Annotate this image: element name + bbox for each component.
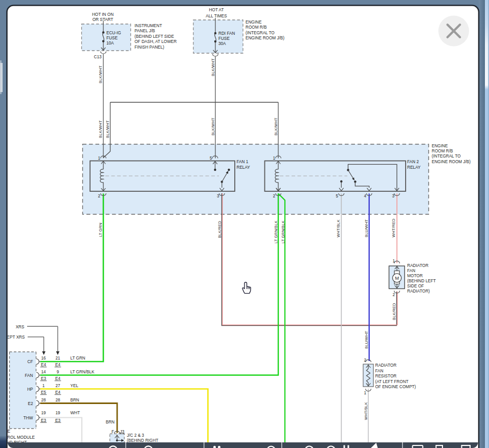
svg-text:(INTEGRAL TO: (INTEGRAL TO [432,154,461,159]
svg-text:E4: E4 [55,363,60,367]
svg-text:LT GRN/BLK: LT GRN/BLK [71,370,95,374]
svg-text:HOT IN ON: HOT IN ON [92,12,114,17]
svg-text:(BEHIND LEFT SIDE: (BEHIND LEFT SIDE [135,34,174,39]
svg-text:BLU/WHT: BLU/WHT [364,219,369,237]
svg-text:F: F [112,430,114,434]
svg-text:BRN: BRN [71,398,79,402]
svg-text:J3: J3 [120,430,125,434]
svg-text:(BEHIND RIGHT: (BEHIND RIGHT [127,438,158,443]
svg-text:OF ENGINE COMPT): OF ENGINE COMPT) [375,385,416,389]
svg-text:E5: E5 [41,390,46,395]
svg-text:14: 14 [41,370,46,374]
svg-text:FINISH PANEL): FINISH PANEL) [135,45,164,50]
svg-text:ENGINE ROOM J/B): ENGINE ROOM J/B) [246,36,284,40]
svg-text:BLU/WHT: BLU/WHT [364,331,369,349]
svg-text:BLK/WHT: BLK/WHT [98,65,103,83]
svg-text:C13: C13 [94,55,101,59]
svg-text:(BEHIND LEFT: (BEHIND LEFT [407,279,436,283]
svg-text:SIDE OF: SIDE OF [407,284,424,288]
svg-text:WHT: WHT [71,411,80,415]
svg-text:BLK/RED: BLK/RED [217,221,222,238]
svg-text:M: M [395,276,399,281]
svg-text:LT GRN/BLK: LT GRN/BLK [281,220,285,243]
svg-text:5: 5 [336,194,338,198]
svg-text:10A: 10A [106,41,114,46]
svg-text:E2: E2 [28,401,33,406]
svg-text:21: 21 [55,356,60,361]
svg-text:9: 9 [57,370,59,374]
svg-text:RADIATOR): RADIATOR) [407,289,430,294]
svg-text:RELAY: RELAY [237,165,251,170]
svg-text:THW: THW [24,416,33,420]
svg-text:1: 1 [273,156,275,161]
svg-text:WHT/BLK: WHT/BLK [364,402,368,420]
svg-text:CF: CF [28,360,33,364]
svg-text:BLK/WHT: BLK/WHT [211,118,215,136]
svg-text:3: 3 [217,194,219,198]
svg-text:19: 19 [55,411,60,415]
svg-text:OF DASH, AT LOWER: OF DASH, AT LOWER [135,39,177,44]
svg-text:1: 1 [42,384,45,388]
svg-text:E3: E3 [41,418,46,423]
svg-text:2: 2 [364,358,366,363]
svg-text:YEL: YEL [71,384,79,388]
svg-text:INSTRUMENT: INSTRUMENT [135,24,162,28]
svg-text:1: 1 [98,156,100,161]
svg-text:E3: E3 [41,376,46,381]
svg-text:RESISTOR: RESISTOR [375,374,397,378]
svg-text:PANEL J/B: PANEL J/B [135,29,155,33]
svg-text:E4: E4 [41,363,46,367]
svg-text:BRN: BRN [106,420,115,424]
svg-text:ROOM R/B: ROOM R/B [246,25,267,30]
svg-text:E4: E4 [55,390,60,395]
svg-text:ROOM R/B: ROOM R/B [432,149,453,153]
svg-text:E4: E4 [55,376,60,381]
svg-text:RDI FAN: RDI FAN [218,31,235,36]
svg-text:RADIATOR: RADIATOR [407,263,429,268]
svg-text:ENGINE: ENGINE [246,20,262,25]
svg-text:RELAY: RELAY [407,165,421,170]
svg-text:19: 19 [41,411,46,415]
svg-text:BLK/WHT: BLK/WHT [105,120,110,138]
svg-text:HP: HP [27,387,33,392]
svg-text:LT GRN: LT GRN [98,223,103,237]
svg-text:FAN: FAN [25,373,33,378]
svg-text:1: 1 [392,259,395,263]
svg-text:WHT/RED: WHT/RED [391,218,396,237]
svg-text:30A: 30A [218,41,226,46]
svg-text:MOTOR: MOTOR [407,274,423,278]
svg-text:ENGINE: ENGINE [432,144,448,148]
svg-text:FAN: FAN [375,369,384,373]
svg-text:FUSE: FUSE [218,36,230,41]
svg-text:RADIATOR: RADIATOR [375,363,397,368]
svg-text:ENGINE ROOM J/B): ENGINE ROOM J/B) [432,160,471,164]
svg-text:16: 16 [41,356,46,361]
svg-text:FAN 1: FAN 1 [237,160,249,164]
svg-text:28: 28 [55,398,60,402]
svg-text:HOT AT: HOT AT [209,8,224,12]
svg-text:LT GRN: LT GRN [71,356,85,361]
svg-text:WHT/BLK: WHT/BLK [336,219,341,237]
svg-text:FAN: FAN [407,268,415,273]
svg-text:FAN 2: FAN 2 [407,160,419,164]
svg-text:LT GRN/BLK: LT GRN/BLK [274,220,278,243]
svg-text:J/C 2 & 3: J/C 2 & 3 [127,433,144,438]
svg-text:(INTEGRAL TO: (INTEGRAL TO [246,31,275,35]
svg-text:1: 1 [364,391,366,395]
svg-text:BLK/WHT: BLK/WHT [98,120,103,138]
svg-text:27: 27 [55,384,60,388]
svg-text:5: 5 [210,156,212,161]
svg-text:BLK/RED: BLK/RED [392,303,396,320]
svg-text:XRS: XRS [16,325,25,329]
svg-text:ECU-IG: ECU-IG [106,31,121,35]
svg-text:2: 2 [98,194,100,198]
svg-text:28: 28 [41,398,46,402]
svg-text:E3: E3 [55,418,60,423]
svg-text:OR START: OR START [93,17,114,22]
svg-text:ALL TIMES: ALL TIMES [206,14,227,18]
svg-text:(AT LEFT FRONT: (AT LEFT FRONT [375,379,409,384]
svg-text:BLK/WHT: BLK/WHT [211,58,215,76]
svg-text:4: 4 [364,194,366,198]
svg-text:3: 3 [392,194,394,198]
svg-text:2: 2 [392,293,395,297]
